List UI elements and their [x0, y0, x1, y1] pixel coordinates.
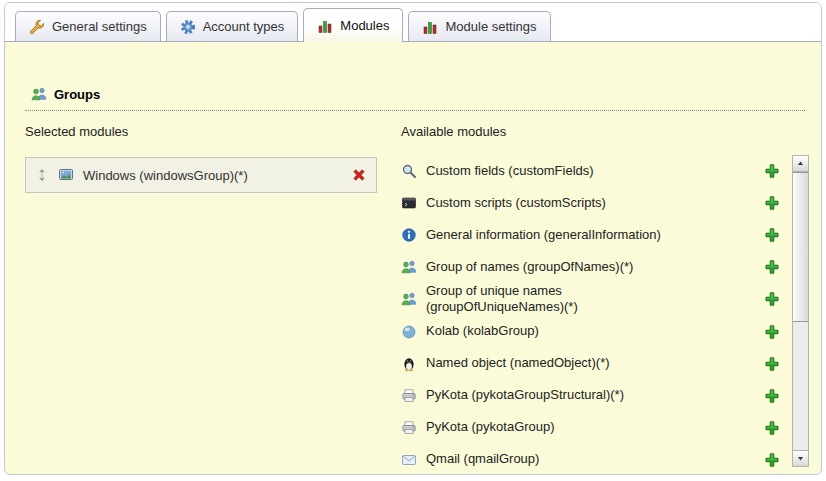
scrollbar-track[interactable]	[793, 322, 808, 450]
printer-icon	[401, 388, 417, 404]
gear-icon	[180, 19, 196, 35]
add-module-button[interactable]	[764, 356, 780, 372]
tab-bar: General settings Account types Modules M…	[5, 3, 821, 42]
available-module-label: Group of unique names (groupOfUniqueName…	[426, 283, 578, 316]
tux-icon	[401, 356, 417, 372]
add-module-button[interactable]	[764, 388, 780, 404]
available-module-row: Custom fields (customFields)	[401, 155, 788, 187]
available-module-row: Qmail (qmailGroup)	[401, 444, 788, 468]
add-module-button[interactable]	[764, 452, 780, 468]
available-module-label: Group of names (groupOfNames)(*)	[426, 259, 633, 275]
section-header: Groups	[31, 86, 100, 102]
selected-modules-heading: Selected modules	[25, 124, 377, 139]
available-module-label: Kolab (kolabGroup)	[426, 323, 539, 339]
available-modules-heading: Available modules	[401, 124, 809, 139]
drag-handle-icon[interactable]	[35, 168, 49, 182]
scroll-down-button[interactable]	[793, 450, 808, 466]
group-icon	[401, 259, 417, 275]
add-module-button[interactable]	[764, 163, 780, 179]
add-module-button[interactable]	[764, 259, 780, 275]
windows-module-icon	[58, 167, 74, 183]
add-module-button[interactable]	[764, 227, 780, 243]
lam-configuration-screen: General settings Account types Modules M…	[0, 0, 826, 481]
available-module-label: PyKota (pykotaGroupStructural)(*)	[426, 387, 624, 403]
scroll-up-button[interactable]	[793, 156, 808, 172]
group-icon	[31, 86, 47, 102]
terminal-icon	[401, 195, 417, 211]
add-module-button[interactable]	[764, 195, 780, 211]
kolab-icon	[401, 324, 417, 340]
vertical-scrollbar[interactable]	[792, 155, 809, 467]
selected-modules-list: Windows (windowsGroup)(*)	[25, 157, 377, 193]
available-module-label: Qmail (qmailGroup)	[426, 451, 539, 467]
tab-label: General settings	[52, 19, 147, 34]
printer-icon	[401, 420, 417, 436]
add-module-button[interactable]	[764, 291, 780, 307]
selected-modules-column: Selected modules Windows (windowsGroup)(…	[25, 124, 377, 193]
tab-general-settings[interactable]: General settings	[15, 11, 161, 41]
tab-module-settings[interactable]: Module settings	[408, 11, 550, 41]
available-module-row: PyKota (pykotaGroupStructural)(*)	[401, 380, 788, 412]
available-module-label: Named object (namedObject)(*)	[426, 355, 610, 371]
available-module-row: Named object (namedObject)(*)	[401, 348, 788, 380]
tab-label: Modules	[340, 18, 389, 33]
tabs-widget: General settings Account types Modules M…	[4, 2, 822, 475]
available-module-row: Kolab (kolabGroup)	[401, 316, 788, 348]
available-module-row: Custom scripts (customScripts)	[401, 187, 788, 219]
modules-chart-icon	[317, 18, 333, 34]
section-divider	[25, 110, 805, 111]
available-module-label: General information (generalInformation)	[426, 227, 661, 243]
selected-module-row[interactable]: Windows (windowsGroup)(*)	[25, 157, 377, 193]
modules-chart-icon	[422, 19, 438, 35]
tab-modules[interactable]: Modules	[303, 8, 403, 42]
available-module-label: Custom fields (customFields)	[426, 163, 594, 179]
available-modules-column: Available modules Custom fields (customF…	[401, 124, 809, 470]
tab-label: Account types	[203, 19, 285, 34]
mail-icon	[401, 452, 417, 468]
available-module-row: PyKota (pykotaGroup)	[401, 412, 788, 444]
tab-account-types[interactable]: Account types	[166, 11, 299, 41]
add-module-button[interactable]	[764, 420, 780, 436]
available-modules-listwrap: Custom fields (customFields) Custom scri…	[401, 155, 809, 467]
triangle-down-icon	[796, 454, 805, 463]
section-title: Groups	[54, 87, 100, 102]
available-module-row: Group of unique names (groupOfUniqueName…	[401, 283, 788, 316]
triangle-up-icon	[796, 159, 805, 168]
info-icon	[401, 227, 417, 243]
magnifier-icon	[401, 163, 417, 179]
available-module-row: Group of names (groupOfNames)(*)	[401, 251, 788, 283]
add-module-button[interactable]	[764, 324, 780, 340]
available-module-label: Custom scripts (customScripts)	[426, 195, 606, 211]
group-icon	[401, 291, 417, 307]
remove-module-button[interactable]	[351, 167, 367, 183]
available-module-row: General information (generalInformation)	[401, 219, 788, 251]
modules-panel: Groups Selected modules Windows (windows…	[5, 42, 821, 474]
tab-label: Module settings	[445, 19, 536, 34]
selected-module-label: Windows (windowsGroup)(*)	[83, 168, 248, 183]
wrench-icon	[29, 19, 45, 35]
scrollbar-thumb[interactable]	[793, 172, 808, 322]
available-module-label: PyKota (pykotaGroup)	[426, 419, 555, 435]
available-modules-list: Custom fields (customFields) Custom scri…	[401, 155, 788, 467]
